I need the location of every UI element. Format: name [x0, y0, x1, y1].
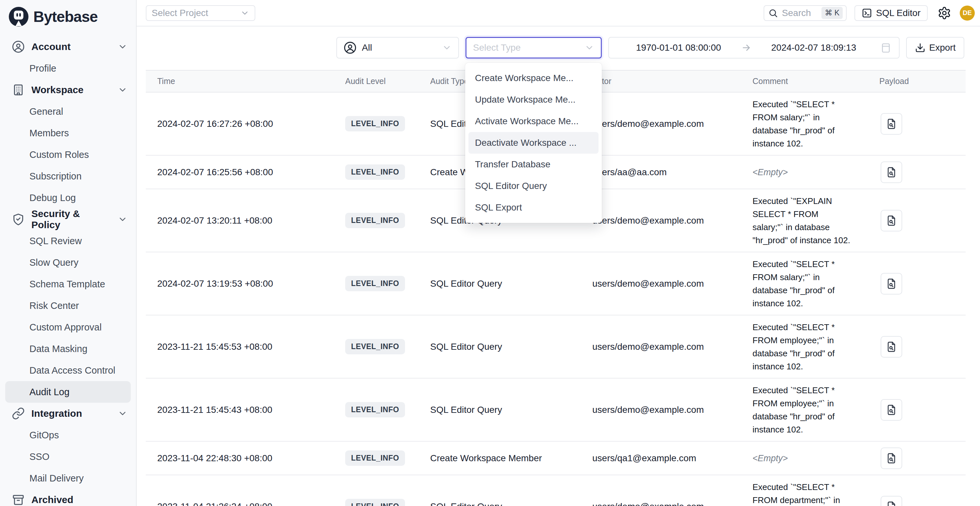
download-icon [915, 43, 926, 53]
payload-view-button[interactable] [881, 161, 902, 183]
sidebar-section-label: Account [31, 41, 71, 52]
payload-view-button[interactable] [881, 210, 902, 231]
bytebase-logo-icon [8, 6, 29, 27]
sidebar-item-profile[interactable]: Profile [0, 57, 136, 79]
cell-actor: users/demo@example.com [592, 119, 752, 129]
date-range-picker[interactable]: 1970-01-01 08:00:00 2024-02-07 18:09:13 [608, 37, 900, 59]
sidebar-section-security-policy[interactable]: Security & Policy [0, 208, 136, 230]
cell-time: 2023-11-04 21:26:24 +08:00 [146, 501, 345, 506]
export-label: Export [929, 43, 956, 53]
sidebar-item-data-access-control[interactable]: Data Access Control [0, 360, 136, 381]
cell-actor: users/demo@example.com [592, 215, 752, 226]
dropdown-option-deactivate-workspace-member[interactable]: Deactivate Workspace ... [468, 132, 598, 154]
audit-level-badge: LEVEL_INFO [345, 164, 405, 180]
sidebar-item-schema-template[interactable]: Schema Template [0, 273, 136, 295]
dropdown-option-create-workspace-member[interactable]: Create Workspace Me... [468, 67, 598, 89]
sql-editor-label: SQL Editor [876, 8, 921, 18]
file-search-icon [886, 167, 897, 178]
payload-view-button[interactable] [881, 447, 902, 469]
file-search-icon [886, 278, 897, 289]
user-circle-icon [344, 41, 356, 54]
type-filter-select[interactable]: Select Type [466, 37, 602, 59]
sidebar-item-mail-delivery[interactable]: Mail Delivery [0, 468, 136, 489]
sidebar-item-label: Custom Approval [29, 322, 102, 333]
sidebar-item-gitops[interactable]: GitOps [0, 424, 136, 446]
sidebar-item-custom-roles[interactable]: Custom Roles [0, 144, 136, 165]
payload-view-button[interactable] [881, 273, 902, 294]
sql-editor-button[interactable]: SQL Editor [854, 5, 928, 21]
audit-level-badge: LEVEL_INFO [345, 213, 405, 228]
shield-check-icon [12, 213, 25, 226]
sidebar-item-slow-query[interactable]: Slow Query [0, 252, 136, 273]
sidebar-item-data-masking[interactable]: Data Masking [0, 338, 136, 360]
sidebar-item-general[interactable]: General [0, 101, 136, 122]
chevron-down-icon [584, 43, 594, 53]
audit-level-badge: LEVEL_INFO [345, 402, 405, 417]
sidebar-section-integration[interactable]: Integration [0, 403, 136, 424]
cell-actor: users/demo@example.com [592, 501, 752, 506]
audit-level-badge: LEVEL_INFO [345, 116, 405, 131]
payload-view-button[interactable] [881, 113, 902, 135]
cell-comment-empty: <Empty> [752, 448, 851, 469]
cell-comment: Executed `"SELECT * FROM salary;"` in da… [752, 94, 851, 154]
sidebar-item-label: Mail Delivery [29, 473, 84, 484]
cell-audit-type: Create Workspace Member [430, 453, 592, 463]
chevron-down-icon [118, 215, 127, 224]
arrow-right-icon [741, 43, 751, 53]
date-start-value[interactable]: 1970-01-01 08:00:00 [616, 43, 741, 53]
sidebar-section-label: Workspace [31, 84, 84, 95]
cell-comment: Executed `"SELECT * FROM employee;"` in … [752, 317, 851, 377]
table-row: 2024-02-07 13:19:53 +08:00 LEVEL_INFO SQ… [146, 252, 966, 315]
main-content: Select Project Search ⌘ K SQL Editor DE [137, 0, 980, 506]
avatar[interactable]: DE [960, 6, 975, 21]
link-icon [12, 407, 25, 420]
search-icon [768, 8, 778, 18]
dropdown-option-update-workspace-member[interactable]: Update Workspace Me... [468, 89, 598, 110]
dropdown-option-activate-workspace-member[interactable]: Activate Workspace Me... [468, 110, 598, 132]
dropdown-option-transfer-database[interactable]: Transfer Database [468, 154, 598, 175]
payload-view-button[interactable] [881, 496, 902, 506]
date-end-value[interactable]: 2024-02-07 18:09:13 [751, 43, 877, 53]
payload-view-button[interactable] [881, 336, 902, 358]
cell-comment: Executed `"EXPLAIN SELECT * FROM salary;… [752, 191, 851, 251]
sidebar-section-archived[interactable]: Archived [0, 489, 136, 506]
archive-icon [12, 493, 25, 506]
dropdown-option-sql-export[interactable]: SQL Export [468, 197, 598, 218]
cell-actor: users/aa@aa.com [592, 167, 752, 178]
cell-comment: Executed `"SELECT * FROM salary;"` in da… [752, 254, 851, 314]
column-header-payload: Payload [879, 76, 966, 86]
sidebar-section-label: Security & Policy [31, 208, 111, 231]
type-filter-dropdown-menu: Create Workspace Me... Update Workspace … [465, 63, 602, 223]
sidebar-item-label: Members [29, 128, 69, 138]
search-input[interactable]: Search ⌘ K [764, 5, 846, 21]
sidebar-item-custom-approval[interactable]: Custom Approval [0, 317, 136, 338]
sidebar-item-label: Schema Template [29, 279, 105, 290]
gear-icon[interactable] [937, 6, 951, 20]
sidebar-item-risk-center[interactable]: Risk Center [0, 295, 136, 317]
sidebar-item-audit-log[interactable]: Audit Log [5, 381, 131, 403]
dropdown-option-sql-editor-query[interactable]: SQL Editor Query [468, 175, 598, 197]
sidebar-item-sql-review[interactable]: SQL Review [0, 230, 136, 252]
sidebar-item-subscription[interactable]: Subscription [0, 165, 136, 187]
select-project-dropdown[interactable]: Select Project [146, 5, 255, 21]
chevron-down-icon [118, 409, 127, 418]
sidebar-item-debug-log[interactable]: Debug Log [0, 187, 136, 208]
audit-level-badge: LEVEL_INFO [345, 499, 405, 506]
cell-audit-type: SQL Editor Query [430, 501, 592, 506]
sidebar-item-label: Custom Roles [29, 150, 89, 160]
sidebar-item-sso[interactable]: SSO [0, 446, 136, 468]
cell-actor: users/qa1@example.com [592, 453, 752, 463]
sidebar-item-members[interactable]: Members [0, 122, 136, 144]
file-search-icon [886, 453, 897, 464]
sidebar-nav: Account Profile Workspace General Member… [0, 36, 136, 506]
payload-view-button[interactable] [881, 399, 902, 421]
audit-level-badge: LEVEL_INFO [345, 450, 405, 466]
export-button[interactable]: Export [906, 37, 964, 59]
brand-logo[interactable]: Bytebase [0, 0, 136, 36]
actor-filter-dropdown[interactable]: All [336, 37, 459, 59]
sidebar-section-workspace[interactable]: Workspace [0, 79, 136, 101]
cell-time: 2023-11-21 15:45:53 +08:00 [146, 342, 345, 352]
user-circle-icon [12, 40, 25, 53]
sidebar-section-account[interactable]: Account [0, 36, 136, 57]
sidebar-item-label: Data Access Control [29, 365, 115, 376]
